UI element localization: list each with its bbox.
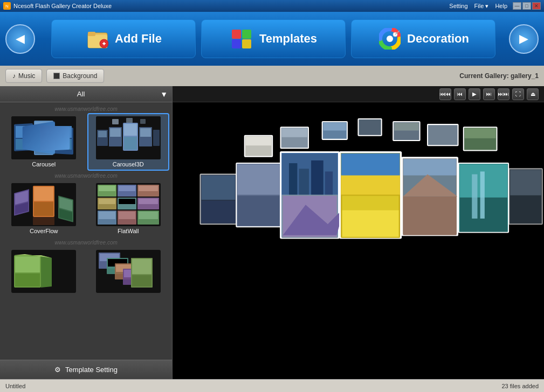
template-flatwall[interactable]: FlatWall: [87, 180, 170, 237]
templates-icon: [230, 27, 254, 51]
prev-button[interactable]: ⏮: [454, 88, 466, 100]
background-icon: [53, 73, 60, 79]
svg-rect-43: [34, 187, 53, 201]
titlebar: N Ncesoft Flash Gallery Creator Deluxe S…: [0, 0, 544, 12]
close-button[interactable]: ✕: [532, 2, 541, 10]
svg-rect-5: [104, 42, 105, 45]
svg-rect-34: [153, 130, 160, 146]
svg-rect-124: [403, 197, 457, 235]
svg-rect-63: [99, 212, 115, 219]
carousel3d-label: Carousel3D: [113, 161, 144, 167]
svg-rect-132: [510, 170, 541, 195]
watermark-3: www.usmanworldfree.com: [3, 239, 169, 247]
current-gallery-label: Current Gallery: gallery_1: [459, 72, 539, 80]
svg-point-11: [387, 36, 393, 42]
svg-rect-23: [56, 139, 72, 150]
subtoolbar: ♪ Music Background Current Gallery: gall…: [0, 66, 544, 86]
watermark-2: www.usmanworldfree.com: [3, 172, 169, 180]
add-file-button[interactable]: Add File: [51, 19, 196, 58]
svg-rect-123: [403, 159, 457, 176]
svg-rect-92: [323, 123, 346, 130]
music-button[interactable]: ♪ Music: [5, 69, 42, 83]
next-nav-icon: ▶: [519, 32, 528, 46]
svg-rect-61: [139, 199, 158, 204]
carousel-thumbnail: [11, 116, 76, 159]
play-button[interactable]: ▶: [469, 88, 480, 100]
flatwall-label: FlatWall: [118, 228, 139, 234]
svg-rect-95: [394, 123, 418, 130]
svg-rect-30: [124, 124, 137, 136]
coverflow-label: CoverFlow: [30, 228, 58, 234]
svg-rect-117: [341, 153, 400, 176]
svg-rect-6: [232, 30, 241, 39]
main-area: All ▼ www.usmanworldfree.com: [0, 86, 544, 379]
next-nav-button[interactable]: ▶: [509, 24, 539, 54]
preview-controls: ⏮⏮ ⏮ ▶ ⏭ ⏭⏭ ⛶ ⏏: [173, 86, 544, 102]
svg-rect-110: [325, 172, 333, 195]
prev-nav-button[interactable]: ◀: [5, 24, 35, 54]
item6-thumbnail: [96, 250, 161, 293]
watermark-1: www.usmanworldfree.com: [3, 105, 169, 113]
templates-button[interactable]: Templates: [201, 19, 346, 58]
svg-rect-26: [98, 131, 107, 137]
status-files-count: 23 files added: [502, 383, 539, 389]
svg-rect-100: [202, 176, 236, 200]
template-setting-label: Template Setting: [65, 366, 118, 374]
app-icon: N: [3, 2, 11, 10]
status-filename: Untitled: [5, 383, 502, 389]
templates-label: Templates: [259, 32, 317, 46]
template-carousel3d[interactable]: Carousel3D: [87, 113, 170, 171]
decoration-button[interactable]: Decoration: [351, 19, 495, 58]
template-setting-button[interactable]: ⚙ Template Setting: [0, 360, 172, 379]
svg-rect-33: [140, 128, 151, 137]
titlebar-menu[interactable]: Setting File ▾ Help: [449, 3, 507, 10]
rewind-button[interactable]: ⏮⏮: [439, 88, 451, 100]
decoration-icon: [377, 27, 402, 51]
svg-rect-96: [428, 124, 458, 145]
maximize-button[interactable]: □: [522, 2, 531, 10]
svg-rect-19: [35, 122, 52, 137]
fullscreen-button[interactable]: ⛶: [512, 88, 524, 100]
svg-rect-16: [16, 126, 31, 138]
music-label: Music: [18, 72, 35, 80]
toolbar: ◀ Add File Templates: [0, 12, 544, 66]
menu-setting[interactable]: Setting: [449, 3, 467, 10]
svg-rect-93: [359, 119, 382, 136]
svg-rect-109: [311, 160, 323, 195]
eject-button[interactable]: ⏏: [527, 88, 539, 100]
svg-rect-116: [341, 174, 400, 195]
template-item5[interactable]: [3, 247, 85, 298]
svg-rect-130: [480, 172, 485, 219]
svg-rect-101: [202, 201, 236, 223]
svg-rect-22: [56, 126, 72, 138]
svg-rect-45: [33, 217, 54, 225]
add-file-icon: [85, 27, 109, 51]
menu-help[interactable]: Help: [495, 3, 507, 10]
svg-rect-108: [299, 169, 309, 194]
svg-rect-84: [132, 259, 152, 274]
svg-rect-35: [112, 119, 119, 124]
flatwall-thumbnail: [96, 183, 161, 226]
window-controls[interactable]: — □ ✕: [513, 2, 541, 10]
svg-rect-36: [126, 118, 133, 123]
template-coverflow[interactable]: CoverFlow: [3, 180, 85, 237]
next-button[interactable]: ⏭: [483, 88, 495, 100]
svg-rect-53: [119, 186, 135, 191]
template-carousel[interactable]: Carousel: [3, 113, 85, 171]
svg-rect-70: [15, 256, 40, 272]
item5-thumbnail: [11, 250, 76, 293]
fastforward-button[interactable]: ⏭⏭: [498, 88, 509, 100]
filter-dropdown[interactable]: ▼: [160, 90, 168, 99]
templates-row-3: [3, 247, 169, 298]
svg-rect-90: [282, 128, 307, 137]
menu-file[interactable]: File ▾: [474, 3, 489, 10]
svg-rect-18: [34, 121, 53, 155]
background-button[interactable]: Background: [46, 69, 104, 83]
minimize-button[interactable]: —: [513, 2, 521, 10]
template-item6[interactable]: [87, 247, 170, 298]
svg-rect-67: [139, 212, 158, 219]
svg-rect-65: [119, 212, 135, 219]
svg-rect-28: [110, 128, 121, 137]
preview-panel: ⏮⏮ ⏮ ▶ ⏭ ⏭⏭ ⛶ ⏏: [173, 86, 544, 379]
filter-bar: All ▼: [0, 86, 172, 102]
